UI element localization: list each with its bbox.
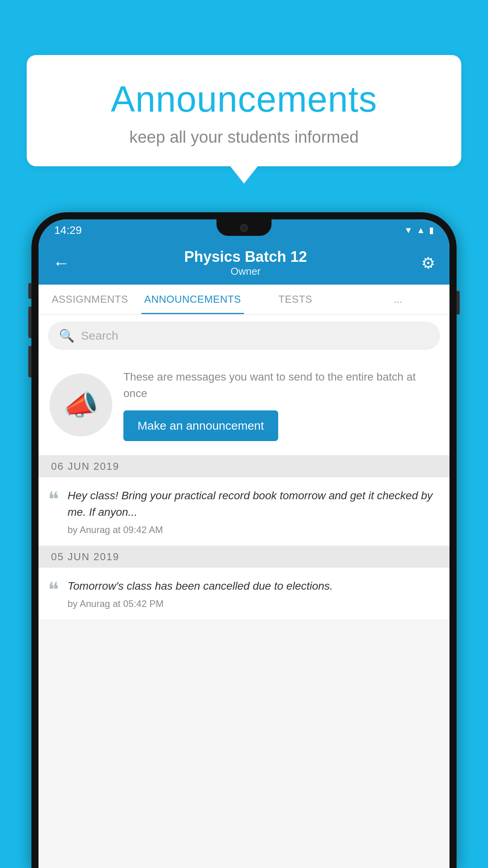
- wifi-icon: ▼: [404, 225, 413, 235]
- tab-more[interactable]: ...: [347, 285, 450, 314]
- back-button[interactable]: ←: [53, 254, 70, 272]
- signal-icon: ▲: [416, 225, 425, 235]
- promo-icon-circle: 📣: [50, 373, 112, 436]
- bubble-subtitle: keep all your students informed: [42, 128, 446, 147]
- announcement-text-block-2: Tomorrow's class has been cancelled due …: [68, 578, 438, 609]
- announcement-text-block-1: Hey class! Bring your practical record b…: [68, 487, 438, 535]
- volume-down-button: [28, 346, 31, 377]
- tabs-bar: ASSIGNMENTS ANNOUNCEMENTS TESTS ...: [39, 285, 449, 314]
- status-time: 14:29: [54, 224, 82, 237]
- notch: [216, 219, 272, 236]
- app-header: ← Physics Batch 12 Owner ⚙: [39, 241, 449, 285]
- promo-right: These are messages you want to send to t…: [123, 369, 438, 441]
- header-title: Physics Batch 12: [184, 248, 307, 265]
- header-center: Physics Batch 12 Owner: [184, 248, 307, 278]
- status-icons: ▼ ▲ ▮: [404, 225, 434, 235]
- bubble-title: Announcements: [42, 79, 446, 120]
- quote-icon-1: ❝: [48, 489, 59, 509]
- promo-section: 📣 These are messages you want to send to…: [39, 357, 449, 456]
- announcement-item-1[interactable]: ❝ Hey class! Bring your practical record…: [39, 477, 449, 546]
- announcement-author-2: by Anurag at 05:42 PM: [68, 598, 438, 609]
- tab-tests[interactable]: TESTS: [244, 285, 347, 314]
- search-container: 🔍 Search: [39, 314, 449, 357]
- camera: [240, 224, 248, 232]
- speech-bubble: Announcements keep all your students inf…: [27, 55, 461, 166]
- announcement-text-1: Hey class! Bring your practical record b…: [68, 487, 438, 520]
- power-button: [457, 291, 460, 314]
- megaphone-icon: 📣: [63, 388, 99, 422]
- search-bar[interactable]: 🔍 Search: [48, 322, 440, 350]
- speech-bubble-container: Announcements keep all your students inf…: [27, 55, 461, 166]
- search-icon: 🔍: [59, 328, 75, 343]
- date-separator-1: 06 JUN 2019: [39, 456, 449, 477]
- tab-assignments[interactable]: ASSIGNMENTS: [39, 285, 141, 314]
- promo-description: These are messages you want to send to t…: [123, 369, 438, 402]
- search-input[interactable]: Search: [81, 329, 118, 342]
- phone-screen: 14:29 ▼ ▲ ▮ ← Physics Batch 12 Owner ⚙ A…: [39, 219, 449, 868]
- quote-icon-2: ❝: [48, 579, 59, 600]
- mute-button: [28, 283, 31, 299]
- date-separator-2: 05 JUN 2019: [39, 546, 449, 568]
- announcement-text-2: Tomorrow's class has been cancelled due …: [68, 578, 438, 594]
- header-subtitle: Owner: [184, 265, 307, 278]
- make-announcement-button[interactable]: Make an announcement: [123, 410, 278, 441]
- settings-button[interactable]: ⚙: [421, 254, 435, 272]
- announcement-author-1: by Anurag at 09:42 AM: [68, 524, 438, 535]
- battery-icon: ▮: [429, 225, 434, 235]
- volume-up-button: [28, 307, 31, 338]
- announcement-item-2[interactable]: ❝ Tomorrow's class has been cancelled du…: [39, 568, 449, 620]
- tab-announcements[interactable]: ANNOUNCEMENTS: [141, 285, 244, 314]
- phone-frame: 14:29 ▼ ▲ ▮ ← Physics Batch 12 Owner ⚙ A…: [31, 212, 457, 868]
